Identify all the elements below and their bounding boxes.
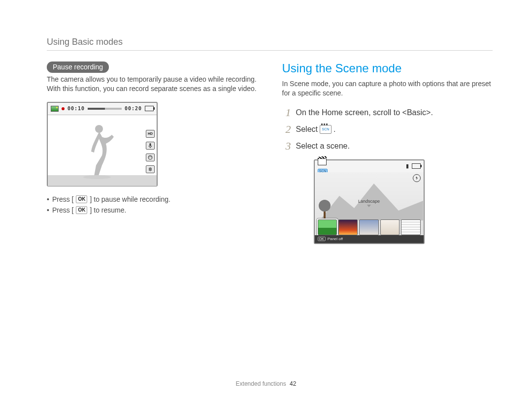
progress-bar	[88, 108, 122, 110]
scene-mode-description: In Scene mode, you can capture a photo w…	[282, 79, 493, 98]
battery-icon	[145, 106, 154, 111]
thumb-landscape[interactable]	[318, 219, 337, 235]
bullet-text-post: ] to resume.	[90, 206, 126, 214]
footer-section: Extended functions	[236, 380, 286, 387]
scn-mode-icon: SCN	[320, 125, 332, 134]
step-1: 1 On the Home screen, scroll to <Basic>.	[282, 106, 493, 119]
lcd-bottom-bar: OK Panel off	[315, 235, 424, 243]
step-number: 1	[282, 106, 291, 119]
step-text: On the Home screen, scroll to <Basic>.	[296, 108, 433, 117]
step-3: 3 Select a scene.	[282, 140, 493, 153]
step-text: Select SCN .	[296, 125, 336, 134]
svg-rect-7	[324, 211, 326, 220]
scene-mode-heading: Using the Scene mode	[282, 62, 493, 75]
tree-illustration	[319, 196, 331, 220]
bullet-text-pre: Press [	[47, 206, 73, 214]
rubric-divider	[47, 50, 493, 51]
elapsed-time: 00:10	[67, 106, 85, 111]
recording-lcd-illustration: 00:10 00:20 HD	[47, 102, 158, 186]
total-time: 00:20	[125, 106, 142, 111]
svg-point-8	[319, 200, 331, 212]
ok-button-icon: OK	[76, 195, 87, 203]
step-number: 2	[282, 123, 291, 136]
scene-mode-steps: 1 On the Home screen, scroll to <Basic>.…	[282, 106, 493, 153]
dancer-silhouette-icon	[77, 122, 117, 181]
thumb-text[interactable]	[401, 219, 420, 235]
scene-name-label: Landscape	[358, 199, 380, 207]
mic-icon	[146, 142, 155, 150]
thumb-backlight[interactable]	[380, 219, 399, 235]
step-text-pre: Select	[296, 125, 318, 134]
step-2: 2 Select SCN .	[282, 123, 493, 136]
svg-point-6	[151, 156, 152, 157]
clapper-icon	[318, 158, 327, 165]
thumb-sunset[interactable]	[338, 219, 358, 235]
bullet-resume: Press [OK] to resume.	[47, 206, 258, 214]
step-text-post: .	[431, 108, 432, 117]
lcd-top-bar: SCN ▮	[315, 160, 424, 172]
scene-thumbnails	[318, 219, 421, 235]
footer-page-number: 42	[290, 380, 296, 387]
lcd-preview-area: Landscape	[315, 172, 424, 235]
manual-page: Using Basic modes Pause recording The ca…	[0, 0, 532, 401]
svg-point-0	[95, 125, 103, 133]
step-number: 3	[282, 140, 291, 153]
bullet-pause: Press [OK] to pause while recording.	[47, 195, 258, 203]
svg-point-4	[149, 156, 150, 157]
svg-rect-2	[150, 143, 151, 146]
scene-lcd-illustration: SCN ▮	[314, 159, 425, 244]
lcd-preview-area: HD	[48, 115, 157, 186]
thumb-dawn[interactable]	[359, 219, 378, 235]
step-text-post: .	[333, 125, 335, 134]
bullet-text-pre: Press [	[47, 195, 73, 203]
sound-off-icon: ▮	[406, 163, 409, 169]
step-text-pre: On the Home screen, scroll to	[296, 108, 402, 117]
record-indicator-icon	[62, 107, 65, 110]
left-column: Pause recording The camera allows you to…	[47, 62, 258, 244]
instruction-bullets: Press [OK] to pause while recording. Pre…	[47, 195, 258, 214]
bullet-text-post: ] to pause while recording.	[90, 195, 170, 203]
pause-recording-pill: Pause recording	[47, 62, 109, 73]
right-column: Using the Scene mode In Scene mode, you …	[282, 62, 493, 244]
lcd-top-bar: 00:10 00:20	[48, 103, 157, 115]
svg-point-1	[83, 175, 111, 179]
video-mode-icon	[51, 106, 59, 112]
steady-icon	[146, 165, 155, 173]
section-rubric: Using Basic modes	[47, 37, 493, 47]
ok-hint-icon: OK	[318, 237, 326, 241]
panel-off-label: Panel off	[328, 237, 343, 241]
battery-icon	[412, 163, 421, 169]
two-column-layout: Pause recording The camera allows you to…	[47, 62, 493, 244]
palette-icon	[146, 154, 155, 161]
pause-recording-description: The camera allows you to temporarily pau…	[47, 75, 258, 94]
step-text: Select a scene.	[296, 142, 350, 151]
step-bold: <Basic>	[402, 108, 431, 117]
hd-icon: HD	[146, 130, 155, 138]
ok-button-icon: OK	[76, 206, 87, 214]
svg-point-5	[150, 156, 151, 157]
page-footer: Extended functions 42	[0, 380, 532, 387]
lcd-side-icons: HD	[146, 130, 155, 173]
